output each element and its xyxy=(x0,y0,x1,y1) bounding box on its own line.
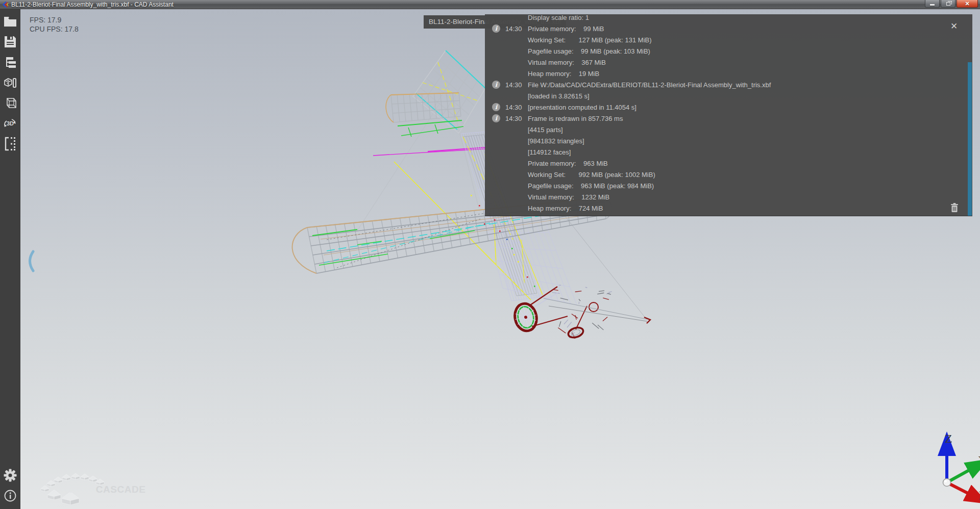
sidebar-toolbar: 3D xyxy=(0,9,20,509)
log-scrollbar[interactable] xyxy=(968,62,972,216)
about-button[interactable] xyxy=(2,488,18,504)
cad-assistant-window: BL11-2-Bleriot-Final Assembly_with_tris.… xyxy=(0,0,980,509)
minimize-button[interactable] xyxy=(925,0,940,8)
display-mode-button[interactable] xyxy=(2,74,18,91)
log-row: i14:30[presentation computed in 11.4054 … xyxy=(485,101,965,113)
log-messages: Display scale ratio: 1i14:30Private memo… xyxy=(485,14,965,214)
clear-log-button[interactable] xyxy=(950,202,959,213)
wireframe-view-button[interactable] xyxy=(2,95,18,111)
fps-counter: FPS: 17.9 CPU FPS: 17.8 xyxy=(30,15,79,34)
gear-icon xyxy=(3,468,18,483)
log-row: Pagefile usage: 99 MiB (peak: 103 MiB) xyxy=(485,45,965,57)
log-row: i14:30Private memory: 99 MiB xyxy=(485,23,965,34)
info-badge-icon: i xyxy=(492,81,500,89)
app-logo-icon xyxy=(2,1,9,8)
log-row: Working Set: 992 MiB (peak: 1002 MiB) xyxy=(485,169,965,180)
log-close-button[interactable]: ✕ xyxy=(949,21,959,32)
log-row: i14:30Frame is redrawn in 857.736 ms xyxy=(485,113,965,124)
log-row: Pagefile usage: 963 MiB (peak: 984 MiB) xyxy=(485,180,965,191)
rotate-3d-button[interactable]: 3D xyxy=(2,115,18,132)
y-axis-label: Y xyxy=(978,454,980,467)
viewport-3d[interactable]: FPS: 17.9 CPU FPS: 17.8 BL11-2-Bleriot-F… xyxy=(20,9,980,509)
opencascade-watermark: OPENCASCADE xyxy=(37,468,154,505)
save-button[interactable] xyxy=(2,34,18,50)
save-icon xyxy=(4,36,16,48)
log-row: Display scale ratio: 1 xyxy=(485,14,965,23)
clipping-planes-button[interactable] xyxy=(2,136,18,152)
expand-panel-chevron[interactable] xyxy=(24,250,37,272)
log-row: Private memory: 963 MiB xyxy=(485,158,965,169)
rotate-3d-icon: 3D xyxy=(3,117,17,130)
close-button[interactable]: ✕ xyxy=(957,0,978,8)
document-tree-button[interactable] xyxy=(2,54,18,70)
settings-button[interactable] xyxy=(2,467,18,483)
svg-text:OPENCASCADE: OPENCASCADE xyxy=(67,484,145,495)
info-badge-icon: i xyxy=(492,114,500,122)
tree-icon xyxy=(4,57,16,68)
restore-icon xyxy=(946,2,950,6)
restore-button[interactable] xyxy=(941,0,955,8)
log-row: Heap memory: 19 MiB xyxy=(485,68,965,79)
log-row: i14:30File W:/Data/CAD/CADExtra/BLERIOT/… xyxy=(485,79,965,90)
clipping-icon xyxy=(4,137,17,151)
log-row: Heap memory: 724 MiB xyxy=(485,202,965,214)
wireframe-cube-icon xyxy=(4,96,17,110)
minimize-icon xyxy=(930,4,935,6)
watermark-open: OPEN xyxy=(67,484,96,495)
log-row: Virtual memory: 1232 MiB xyxy=(485,191,965,202)
log-row: [114912 faces] xyxy=(485,146,965,158)
log-row: Working Set: 127 MiB (peak: 131 MiB) xyxy=(485,34,965,45)
trash-icon xyxy=(950,202,959,213)
axis-triad: Z Y X xyxy=(908,426,980,509)
triad-origin xyxy=(943,479,951,487)
cube-panel-icon xyxy=(4,77,17,89)
log-row: Virtual memory: 367 MiB xyxy=(485,57,965,68)
log-row: [loaded in 3.82615 s] xyxy=(485,90,965,101)
z-axis-label: Z xyxy=(945,433,952,445)
chevron-left-icon xyxy=(24,250,37,272)
window-title: BL11-2-Bleriot-Final Assembly_with_tris.… xyxy=(11,1,174,8)
titlebar[interactable]: BL11-2-Bleriot-Final Assembly_with_tris.… xyxy=(0,0,980,9)
svg-text:3D: 3D xyxy=(7,120,14,126)
open-file-button[interactable] xyxy=(2,13,18,30)
log-row: [4415 parts] xyxy=(485,124,965,135)
close-icon: ✕ xyxy=(965,1,969,7)
info-badge-icon: i xyxy=(492,103,500,111)
fps-value: FPS: 17.9 xyxy=(30,15,79,24)
info-icon xyxy=(4,489,17,502)
info-badge-icon: i xyxy=(492,24,500,33)
message-log-panel: Display scale ratio: 1i14:30Private memo… xyxy=(485,14,972,216)
log-row: [9841832 triangles] xyxy=(485,135,965,146)
watermark-cascade: CASCADE xyxy=(96,484,145,495)
folder-icon xyxy=(4,16,17,27)
cpu-fps-value: CPU FPS: 17.8 xyxy=(30,24,79,34)
